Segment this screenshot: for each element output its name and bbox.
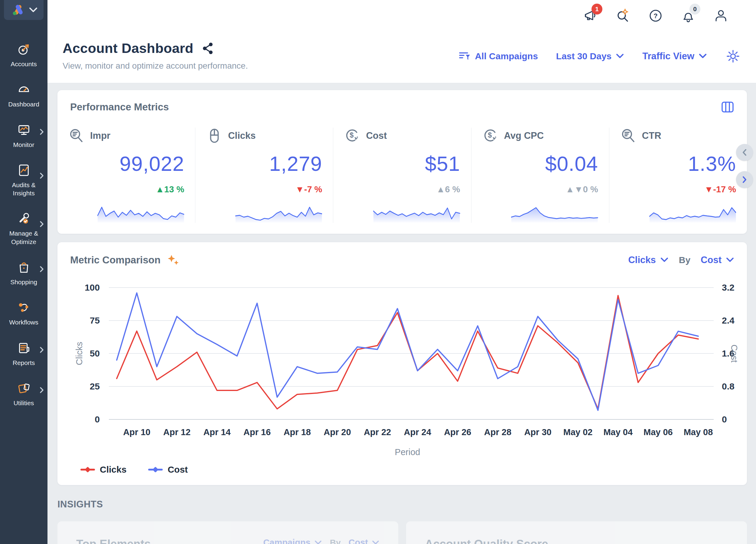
svg-text:Apr 20: Apr 20: [324, 427, 351, 437]
metric-card-clicks: Clicks 1,279 ▼-7 %: [195, 128, 333, 223]
search-sparkle-icon: [616, 8, 630, 23]
sidebar-item-manage-optimize[interactable]: Manage & Optimize: [0, 204, 47, 253]
insights-heading: INSIGHTS: [57, 499, 747, 510]
secondary-metric-select[interactable]: Cost: [701, 255, 734, 265]
sidebar-item-workflows[interactable]: Workflows: [0, 293, 47, 334]
legend-label: Cost: [168, 464, 188, 475]
reports-doc-icon: [17, 341, 31, 355]
account-quality-score-title: Account Quality Score: [425, 538, 548, 544]
secondary-metric-label: Cost: [701, 255, 722, 265]
chevron-right-icon: [39, 346, 44, 354]
date-range-selector[interactable]: Last 30 Days: [556, 51, 624, 61]
notifications-button[interactable]: 0: [680, 8, 696, 24]
sidebar-item-dashboard[interactable]: Dashboard: [0, 75, 47, 116]
legend-item-cost[interactable]: Cost: [148, 464, 188, 475]
app-root: Accounts Dashboard Monitor: [0, 0, 756, 544]
metric-value: 99,022: [68, 152, 184, 175]
metric-value: 1,279: [206, 152, 322, 175]
chart-legend: Clicks Cost: [80, 464, 738, 475]
metric-sparkline: [649, 204, 736, 223]
share-icon[interactable]: [201, 42, 215, 55]
chevron-down-icon: [699, 53, 707, 59]
account-quality-score-card: Account Quality Score: [406, 521, 747, 544]
svg-text:Apr 12: Apr 12: [163, 427, 191, 437]
metric-value: $51: [344, 152, 460, 175]
chevron-right-icon: [39, 220, 44, 228]
sidebar-item-audits-insights[interactable]: Audits & Insights: [0, 156, 47, 205]
top-elements-card: Top Elements Campaigns By Cost: [57, 521, 398, 544]
metrics-carousel-prev-button[interactable]: [736, 144, 753, 161]
chevron-down-icon: [660, 257, 669, 263]
accounts-target-icon: [17, 42, 31, 56]
metrics-carousel-next-button[interactable]: [736, 171, 753, 188]
top-elements-entity-select[interactable]: Campaigns: [263, 538, 322, 544]
sidebar-item-label: Dashboard: [8, 100, 39, 108]
chevron-down-icon: [372, 540, 380, 544]
metric-label: CTR: [642, 130, 661, 141]
sidebar-item-reports[interactable]: Reports: [0, 334, 47, 374]
by-label: By: [330, 538, 341, 544]
legend-item-clicks[interactable]: Clicks: [80, 464, 126, 475]
svg-text:Apr 10: Apr 10: [123, 427, 150, 437]
sidebar-item-utilities[interactable]: Utilities: [0, 374, 47, 414]
smart-search-button[interactable]: [615, 8, 631, 24]
dashboard-settings-button[interactable]: [725, 48, 741, 64]
utilities-icon: [17, 381, 31, 395]
google-ads-logo-icon: [10, 4, 26, 16]
notifications-count-badge: 0: [689, 4, 700, 15]
sidebar-item-label: Reports: [13, 359, 35, 367]
metric-label: Clicks: [228, 130, 256, 141]
main-area: 1 ? 0: [47, 0, 756, 544]
legend-marker-cost: [148, 469, 163, 471]
metric-delta: ▲▼0 %: [482, 184, 598, 194]
svg-text:25: 25: [90, 381, 100, 391]
sidebar-item-monitor[interactable]: Monitor: [0, 116, 47, 156]
gear-icon: [726, 49, 740, 63]
workflows-nodes-icon: [17, 301, 31, 314]
chevron-right-icon: [741, 175, 748, 184]
svg-text:May 08: May 08: [684, 427, 713, 437]
metric-label: Avg CPC: [504, 130, 544, 141]
columns-layout-icon[interactable]: [721, 101, 734, 113]
shopping-bag-icon: [17, 260, 31, 274]
svg-text:Clicks: Clicks: [74, 342, 84, 365]
page-header: Account Dashboard View, monitor and opti…: [47, 31, 756, 83]
metric-card-cost: $ Cost $51 ▲6 %: [333, 128, 471, 223]
audits-insights-icon: [17, 163, 31, 177]
svg-text:Apr 30: Apr 30: [524, 427, 551, 437]
profile-button[interactable]: [713, 8, 729, 24]
svg-text:$: $: [488, 131, 492, 139]
svg-text:100: 100: [85, 282, 100, 292]
cost-dollar-cycle-icon: $: [344, 128, 360, 144]
announcements-button[interactable]: 1: [582, 8, 598, 24]
page-header-left: Account Dashboard View, monitor and opti…: [63, 41, 248, 71]
comparison-selectors: Clicks By Cost: [628, 255, 734, 265]
chevron-right-icon: [39, 128, 44, 136]
announcements-count-badge: 1: [591, 4, 602, 15]
sidebar-item-shopping[interactable]: Shopping: [0, 253, 47, 293]
svg-text:$: $: [350, 131, 354, 139]
svg-text:Apr 18: Apr 18: [284, 427, 311, 437]
sidebar-item-accounts[interactable]: Accounts: [0, 35, 47, 75]
monitor-screen-icon: [17, 123, 31, 137]
view-selector[interactable]: Traffic View: [642, 51, 707, 62]
legend-label: Clicks: [100, 464, 126, 475]
metric-value: $0.04: [482, 152, 598, 175]
svg-text:Apr 26: Apr 26: [444, 427, 471, 437]
manage-optimize-icon: [17, 212, 31, 226]
date-range-label: Last 30 Days: [556, 51, 611, 61]
chevron-right-icon: [39, 265, 44, 273]
sidebar-item-label: Shopping: [10, 278, 37, 286]
top-elements-metric-select[interactable]: Cost: [349, 538, 380, 544]
account-switcher-button[interactable]: [4, 0, 44, 20]
metric-delta: ▲6 %: [344, 184, 460, 194]
sidebar: Accounts Dashboard Monitor: [0, 0, 47, 544]
svg-text:Cost: Cost: [729, 344, 738, 363]
performance-metrics-panel: Performance Metrics Impr: [57, 90, 747, 234]
primary-metric-label: Clicks: [628, 255, 656, 265]
campaign-filter-button[interactable]: All Campaigns: [458, 51, 538, 62]
primary-metric-select[interactable]: Clicks: [628, 255, 668, 265]
svg-text:Apr 22: Apr 22: [364, 427, 391, 437]
sidebar-item-label: Utilities: [14, 399, 34, 407]
help-button[interactable]: ?: [648, 8, 663, 24]
